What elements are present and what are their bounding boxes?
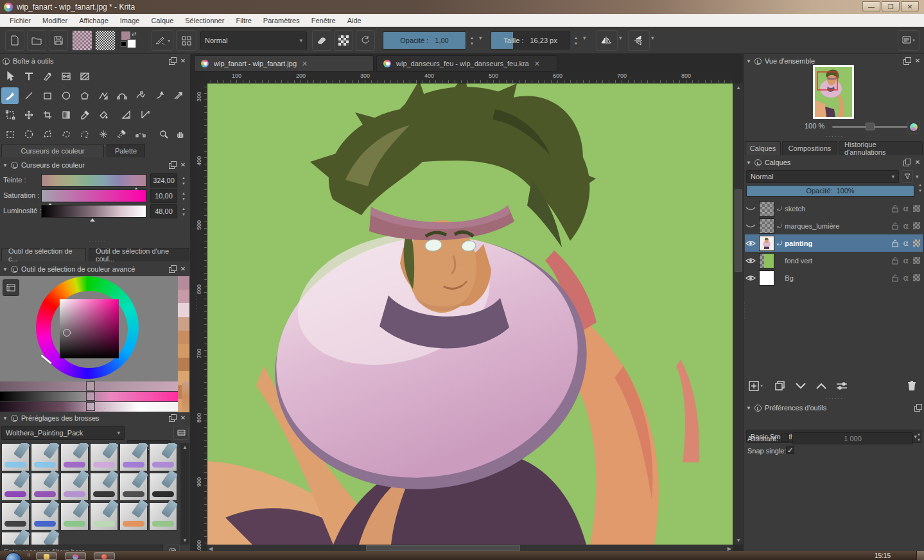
brush-preset-thumbnail[interactable] xyxy=(149,473,177,501)
tool-fill[interactable] xyxy=(94,107,112,123)
new-document-button[interactable] xyxy=(5,30,24,51)
tool-freehand-path[interactable] xyxy=(132,87,149,104)
lock-icon[interactable] xyxy=(892,222,898,230)
taskbar[interactable]: ⠿ 15:15 xyxy=(0,551,924,560)
inherit-alpha-icon[interactable] xyxy=(913,205,920,212)
resize-handle[interactable]: ······ xyxy=(89,239,107,245)
brush-preset-thumbnail[interactable] xyxy=(119,443,148,471)
tool-rectangle[interactable] xyxy=(39,87,56,104)
layer-opacity-slider[interactable]: Opacité: 100% xyxy=(746,185,914,197)
brush-preset-thumbnail[interactable] xyxy=(90,443,118,471)
toolbox-header[interactable]: Boîte à outils ✕ xyxy=(0,55,189,67)
brush-preset-thumbnail[interactable] xyxy=(1,502,30,530)
tool-dynamic-brush[interactable] xyxy=(150,87,168,104)
menu-calque[interactable]: Calque xyxy=(145,14,179,27)
collapse-icon[interactable]: ▼ xyxy=(3,162,8,168)
saturation-slider[interactable] xyxy=(41,189,146,202)
layer-thumbnail[interactable] xyxy=(759,236,774,251)
eye-open-icon[interactable] xyxy=(745,257,756,265)
menu-fichier[interactable]: Fichier xyxy=(4,14,37,27)
background-color-swatch[interactable] xyxy=(127,39,136,48)
float-docker-icon[interactable] xyxy=(168,57,176,65)
tool-move[interactable] xyxy=(20,107,37,123)
brush-preset-thumbnail[interactable] xyxy=(119,502,148,530)
float-docker-icon[interactable] xyxy=(903,57,911,65)
layer-name[interactable]: fond vert xyxy=(785,257,889,265)
tool-color-picker[interactable] xyxy=(76,107,93,123)
layer-row-bg[interactable]: ⤾ Bg α xyxy=(745,269,923,286)
brush-preset-thumbnail[interactable] xyxy=(60,473,89,501)
eye-open-icon[interactable] xyxy=(745,240,756,247)
swap-colors-icon[interactable]: ⇄ xyxy=(132,31,137,37)
foreground-background-colors[interactable]: ⇄ xyxy=(119,30,141,51)
layer-thumbnail[interactable] xyxy=(759,270,774,286)
tool-polyline[interactable] xyxy=(94,87,112,104)
taskbar-app-krita[interactable] xyxy=(65,552,86,560)
menu-image[interactable]: Image xyxy=(114,14,146,27)
layer-thumbnail[interactable] xyxy=(759,253,774,268)
selector-settings-button[interactable] xyxy=(3,279,19,296)
hue-value[interactable]: 324,00 xyxy=(150,173,177,188)
lock-icon[interactable] xyxy=(892,205,898,213)
brush-presets-header[interactable]: ▼ Préréglages des brosses ✕ xyxy=(0,412,189,424)
menu-aide[interactable]: Aide xyxy=(342,14,367,27)
choose-brush-preset-button[interactable] xyxy=(176,30,196,51)
menu-affichage[interactable]: Affichage xyxy=(73,14,114,27)
tab-historique[interactable]: Historique d'annulations xyxy=(839,141,923,155)
layer-row-sketch[interactable]: ⤾ sketch α xyxy=(745,200,923,217)
assistant-spinner[interactable]: ▲▼ xyxy=(914,430,923,444)
alpha-lock-icon[interactable]: α xyxy=(903,238,909,248)
tool-rect-select[interactable] xyxy=(1,126,19,143)
layer-name[interactable]: sketch xyxy=(785,205,889,213)
start-button[interactable] xyxy=(5,552,22,560)
preserve-alpha-button[interactable] xyxy=(334,30,353,51)
brush-preset-thumbnail[interactable] xyxy=(60,502,89,530)
layer-name[interactable]: marques_lumière xyxy=(785,222,889,230)
opacity-dropdown-icon[interactable]: ▾ xyxy=(479,35,482,41)
lightness-spinner[interactable]: ▲▼ xyxy=(179,204,188,218)
tool-ellipse-select[interactable] xyxy=(20,126,37,143)
tool-edit-gradient[interactable] xyxy=(57,68,74,85)
layer-opacity-spinner[interactable]: ▲▼ xyxy=(916,182,924,193)
brush-preset-thumbnail[interactable] xyxy=(60,443,89,471)
tool-transform[interactable] xyxy=(1,107,19,123)
inherit-alpha-icon[interactable] xyxy=(913,257,920,264)
scrollbar-thumb[interactable] xyxy=(366,545,520,551)
brush-preset-thumbnail[interactable] xyxy=(31,443,59,471)
restore-button[interactable]: ❐ xyxy=(882,1,900,12)
brush-preset-thumbnail[interactable] xyxy=(90,502,118,530)
overview-display-button[interactable] xyxy=(907,121,920,134)
layer-filter-button[interactable] xyxy=(902,170,913,183)
inherit-alpha-icon[interactable] xyxy=(913,222,920,229)
layer-thumbnail[interactable] xyxy=(759,218,774,234)
save-button[interactable] xyxy=(49,30,68,51)
move-layer-down-button[interactable] xyxy=(791,378,810,394)
float-docker-icon[interactable] xyxy=(168,161,176,169)
close-docker-icon[interactable]: ✕ xyxy=(179,161,187,169)
dock-splitter[interactable]: ······ xyxy=(742,302,747,320)
scroll-down-icon[interactable]: ▼ xyxy=(736,538,741,543)
snap-single-checkbox[interactable]: ✓ xyxy=(786,446,794,454)
close-button[interactable]: ✕ xyxy=(901,1,919,12)
advanced-color-selector[interactable] xyxy=(0,276,189,381)
alpha-lock-icon[interactable]: α xyxy=(903,204,909,213)
close-docker-icon[interactable]: ✕ xyxy=(179,57,187,65)
close-docker-icon[interactable]: ✕ xyxy=(179,265,187,273)
resize-handle[interactable]: ······ xyxy=(826,396,844,401)
tool-line[interactable] xyxy=(20,87,37,104)
close-docker-icon[interactable]: ✕ xyxy=(179,414,187,422)
mirror-vertical-button[interactable] xyxy=(628,30,650,51)
alpha-lock-icon[interactable]: α xyxy=(903,256,909,265)
hue-spinner[interactable]: ▲▼ xyxy=(179,173,188,188)
menu-filtre[interactable]: Filtre xyxy=(230,14,257,27)
opacity-spinner[interactable]: ▲▼ xyxy=(467,31,476,49)
hue-slider[interactable] xyxy=(41,174,146,187)
color-sliders-header[interactable]: ▼ Curseurs de couleur ✕ xyxy=(0,159,189,171)
canvas-viewport[interactable] xyxy=(207,83,733,545)
inherit-alpha-icon[interactable] xyxy=(913,274,920,281)
brush-presets-grid[interactable] xyxy=(1,443,179,545)
size-slider[interactable]: Taille : 16,23 px xyxy=(491,31,570,49)
layer-row-fond-vert[interactable]: ⤾ fond vert α xyxy=(745,252,923,269)
move-layer-up-button[interactable] xyxy=(812,378,831,394)
tool-crop[interactable] xyxy=(39,107,56,123)
